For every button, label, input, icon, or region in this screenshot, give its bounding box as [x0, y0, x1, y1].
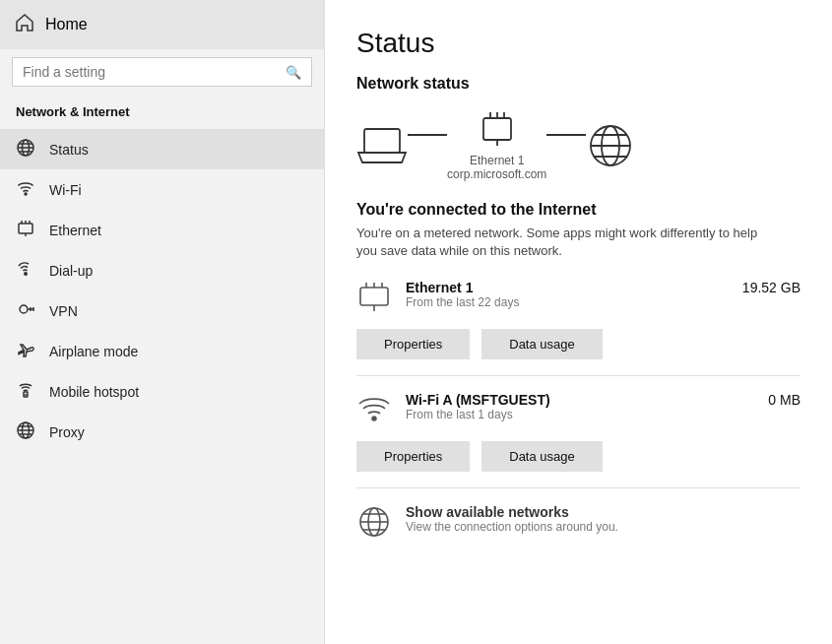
- sidebar-home[interactable]: Home: [0, 0, 324, 49]
- search-box[interactable]: 🔍: [12, 57, 312, 87]
- ethernet-card-icon: [356, 280, 392, 319]
- connection-status-title: You're connected to the Internet: [356, 201, 800, 219]
- sidebar-item-dialup-label: Dial-up: [49, 263, 93, 279]
- ethernet-card-text: Ethernet 1 From the last 22 days: [406, 280, 519, 309]
- show-networks-row[interactable]: Show available networks View the connect…: [356, 504, 800, 544]
- diagram-line-1: [408, 134, 447, 136]
- svg-rect-23: [364, 129, 400, 153]
- sidebar-item-proxy[interactable]: Proxy: [0, 412, 324, 452]
- dialup-icon: [16, 260, 35, 281]
- sidebar-section-title: Network & Internet: [0, 98, 324, 129]
- network-card-ethernet: Ethernet 1 From the last 22 days 19.52 G…: [356, 280, 800, 359]
- wifi-card-name: Wi-Fi A (MSFTGUEST): [406, 392, 550, 408]
- vpn-icon: [16, 300, 35, 321]
- wifi-card-buttons: Properties Data usage: [356, 441, 800, 472]
- wifi-properties-button[interactable]: Properties: [356, 441, 470, 472]
- ethernet-card-sub: From the last 22 days: [406, 295, 519, 309]
- network-card-ethernet-info: Ethernet 1 From the last 22 days: [356, 280, 519, 319]
- sidebar-item-ethernet-label: Ethernet: [49, 223, 101, 238]
- sidebar-item-proxy-label: Proxy: [49, 424, 85, 440]
- ethernet-properties-button[interactable]: Properties: [356, 329, 470, 359]
- sidebar-item-vpn-label: VPN: [49, 303, 78, 319]
- sidebar-item-airplane[interactable]: Airplane mode: [0, 331, 324, 371]
- svg-rect-24: [483, 118, 511, 140]
- show-networks-text: Show available networks View the connect…: [406, 504, 618, 534]
- proxy-icon: [16, 421, 35, 442]
- divider-1: [356, 375, 800, 376]
- svg-rect-34: [360, 288, 388, 305]
- page-title: Status: [356, 28, 800, 59]
- diagram-globe: [586, 121, 635, 170]
- divider-2: [356, 487, 800, 488]
- airplane-icon: [16, 341, 35, 361]
- globe-icon: [16, 139, 35, 160]
- sidebar-item-status[interactable]: Status: [0, 129, 324, 169]
- sidebar-item-hotspot-label: Mobile hotspot: [49, 384, 139, 400]
- ethernet-card-data: 19.52 GB: [742, 280, 800, 295]
- sidebar-item-status-label: Status: [49, 142, 89, 158]
- sidebar-item-dialup[interactable]: Dial-up: [0, 250, 324, 290]
- sidebar-item-hotspot[interactable]: Mobile hotspot: [0, 371, 324, 412]
- svg-point-5: [25, 193, 27, 195]
- network-card-wifi-info: Wi-Fi A (MSFTGUEST) From the last 1 days: [356, 392, 550, 431]
- ethernet-card-buttons: Properties Data usage: [356, 329, 800, 359]
- show-networks-icon: [356, 504, 392, 544]
- show-networks-title: Show available networks: [406, 504, 618, 520]
- svg-point-11: [25, 273, 27, 275]
- wifi-card-text: Wi-Fi A (MSFTGUEST) From the last 1 days: [406, 392, 550, 421]
- svg-point-39: [372, 417, 376, 420]
- sidebar-item-wifi-label: Wi-Fi: [49, 182, 82, 198]
- ethernet-icon: [16, 220, 35, 240]
- home-label: Home: [45, 16, 88, 33]
- sidebar-item-ethernet[interactable]: Ethernet: [0, 210, 324, 250]
- network-card-wifi: Wi-Fi A (MSFTGUEST) From the last 1 days…: [356, 392, 800, 472]
- diagram-switch: Ethernet 1 corp.microsoft.com: [447, 110, 546, 181]
- network-status-title: Network status: [356, 75, 800, 93]
- svg-rect-6: [19, 224, 32, 233]
- diagram-line-2: [546, 134, 586, 136]
- sidebar-item-airplane-label: Airplane mode: [49, 344, 138, 359]
- search-input[interactable]: [23, 64, 278, 80]
- sidebar-item-wifi[interactable]: Wi-Fi: [0, 169, 324, 210]
- svg-point-12: [20, 305, 28, 313]
- home-icon: [16, 14, 33, 35]
- wifi-datausage-button[interactable]: Data usage: [481, 441, 603, 472]
- wifi-card-sub: From the last 1 days: [406, 408, 550, 421]
- main-content: Status Network status Ethernet 1 corp.mi…: [325, 0, 832, 644]
- sidebar: Home 🔍 Network & Internet Status: [0, 0, 325, 644]
- wifi-card-data: 0 MB: [768, 392, 800, 408]
- sidebar-item-vpn[interactable]: VPN: [0, 290, 324, 331]
- hotspot-icon: [16, 381, 35, 402]
- network-diagram: Ethernet 1 corp.microsoft.com: [356, 110, 800, 181]
- ethernet-datausage-button[interactable]: Data usage: [481, 329, 603, 359]
- connection-status-desc: You're on a metered network. Some apps m…: [356, 225, 770, 260]
- show-networks-sub: View the connection options around you.: [406, 520, 618, 534]
- ethernet-card-name: Ethernet 1: [406, 280, 519, 295]
- search-icon: 🔍: [286, 65, 301, 80]
- wifi-card-icon: [356, 392, 392, 431]
- diagram-label-1: Ethernet 1 corp.microsoft.com: [447, 154, 546, 181]
- wifi-icon: [16, 179, 35, 200]
- diagram-laptop: [356, 125, 408, 166]
